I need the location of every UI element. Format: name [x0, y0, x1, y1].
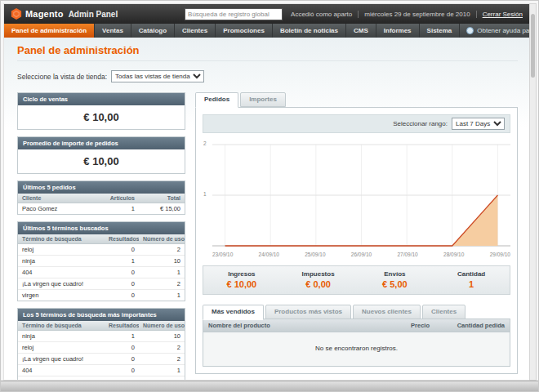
- range-label: Seleccionar rango:: [393, 120, 448, 127]
- cell-uses: 2: [139, 244, 185, 256]
- nav-item-reports[interactable]: Informes: [376, 24, 420, 38]
- logout-link[interactable]: Cerrar Sesión: [483, 11, 523, 18]
- column-header: Cliente: [18, 194, 105, 203]
- header-right-group: Accedió como aparto miércoles 29 de sept…: [185, 8, 523, 20]
- cell-uses: 1: [139, 290, 185, 301]
- table-row[interactable]: reloj 0 2: [18, 342, 185, 354]
- table-row[interactable]: virgen 0 1: [18, 290, 185, 301]
- last-search-terms-block: Últimos 5 términos buscados Término de b…: [17, 221, 185, 301]
- nav-item-dashboard[interactable]: Panel de administración: [4, 24, 95, 38]
- nav-item-sales[interactable]: Ventas: [95, 24, 131, 38]
- table-row[interactable]: 404 0 1: [18, 365, 185, 376]
- block-title: Promedio de importe de pedidos: [18, 137, 185, 149]
- cell-term: ninja: [18, 256, 105, 267]
- column-header: Resultados: [105, 234, 139, 244]
- stat-value: € 0,00: [280, 279, 357, 289]
- nav-item-customers[interactable]: Clientes: [175, 24, 216, 38]
- products-table-header: Nombre del producto Precio Cantidad pedi…: [203, 318, 510, 332]
- brand-name: Magento: [25, 9, 64, 19]
- stat-quantity: Cantidad 1: [433, 266, 510, 294]
- help-icon: [466, 27, 474, 34]
- y-axis-tick: 2: [203, 141, 207, 147]
- store-view-label: Seleccione la vista de tienda:: [17, 73, 107, 81]
- scrollbar-thumb[interactable]: [531, 14, 535, 78]
- vertical-scrollbar[interactable]: [529, 3, 537, 381]
- average-orders-value: € 10,00: [18, 149, 185, 173]
- top-search-terms-table: Término de búsqueda Resultados Número de…: [18, 321, 185, 381]
- global-search-input[interactable]: [185, 8, 283, 20]
- diagram-tabs: Pedidos Importes: [195, 92, 518, 107]
- table-row[interactable]: 404 0 1: [18, 267, 185, 278]
- cell-term: virgen: [18, 290, 105, 301]
- x-axis-tick: 26/09/10: [351, 252, 372, 257]
- cell-total: € 15,00: [139, 203, 185, 215]
- page-title: Panel de administración: [17, 44, 518, 56]
- store-view-switcher: Seleccione la vista de tienda: Todas las…: [17, 70, 518, 82]
- stat-value: 1: [433, 279, 510, 289]
- column-header: Término de búsqueda: [18, 234, 105, 244]
- page-help-link[interactable]: Obtener ayuda para esta página: [460, 24, 530, 38]
- stat-tax: Impuestos € 0,00: [280, 266, 357, 294]
- nav-item-cms[interactable]: CMS: [346, 24, 376, 38]
- column-header: Nombre del producto: [203, 319, 359, 332]
- nav-item-catalog[interactable]: Catálogo: [131, 24, 175, 38]
- block-title: Últimos 5 términos buscados: [18, 222, 185, 234]
- table-row[interactable]: ninja 1 10: [18, 331, 185, 342]
- nav-item-newsletter[interactable]: Boletín de noticias: [273, 24, 346, 38]
- x-axis-tick: 25/09/10: [305, 252, 325, 257]
- chart-canvas: [212, 141, 510, 249]
- average-orders-block: Promedio de importe de pedidos € 10,00: [17, 136, 185, 174]
- tab-customers[interactable]: Clientes: [422, 305, 466, 319]
- logged-in-as: Accedió como aparto: [291, 11, 352, 18]
- brand: Magento Admin Panel: [11, 8, 118, 20]
- current-date: miércoles 29 de septiembre de 2010: [364, 11, 470, 18]
- table-row[interactable]: ¡La virgen que cuadro! 0 2: [18, 278, 185, 290]
- column-header: Precio: [359, 319, 434, 332]
- stat-label: Envíos: [357, 270, 434, 278]
- column-header: Resultados: [105, 321, 139, 331]
- title-row: Panel de administración: [17, 44, 518, 61]
- cell-term: 404: [18, 365, 105, 376]
- stat-label: Impuestos: [280, 270, 357, 278]
- block-title: Los 5 términos de búsqueda más important…: [18, 309, 185, 321]
- table-row[interactable]: ninja 1 10: [18, 256, 185, 267]
- x-axis-labels: 23/09/10 24/09/10 25/09/10 26/09/10 27/0…: [212, 249, 510, 257]
- cell-uses: 2: [139, 342, 185, 354]
- cell-term: reloj: [18, 342, 105, 354]
- application-window: Magento Admin Panel Accedió como aparto …: [0, 0, 539, 392]
- tab-new-customers[interactable]: Nuevos clientes: [353, 305, 421, 319]
- table-row[interactable]: ¡La virgen que cuadro! 0 2: [18, 354, 185, 365]
- lifetime-sales-block: Ciclo de ventas € 10,00: [17, 92, 185, 130]
- tab-bestsellers[interactable]: Más vendidos: [203, 305, 264, 320]
- nav-item-promotions[interactable]: Promociones: [216, 24, 273, 38]
- last-orders-table: Cliente Artículos Total Paco Gomez 1 € 1…: [18, 194, 185, 214]
- cell-term: 404: [18, 267, 105, 278]
- table-row[interactable]: Paco Gomez 1 € 15,00: [18, 203, 185, 215]
- column-header: Número de usos: [139, 234, 185, 244]
- cell-term: ¡La virgen que cuadro!: [18, 354, 105, 365]
- x-axis-tick: 24/09/10: [259, 252, 279, 257]
- cell-uses: 10: [139, 256, 185, 267]
- stat-value: € 10,00: [203, 279, 280, 289]
- tab-most-viewed[interactable]: Productos más vistos: [265, 305, 351, 319]
- range-select[interactable]: Last 7 Days: [452, 118, 505, 130]
- tab-orders[interactable]: Pedidos: [195, 92, 238, 108]
- tab-amounts[interactable]: Importes: [240, 92, 286, 107]
- nav-item-system[interactable]: Sistema: [420, 24, 461, 38]
- stat-shipping: Envíos € 5,00: [357, 266, 434, 294]
- cell-results: 1: [105, 256, 139, 267]
- column-header: Total: [139, 194, 185, 203]
- cell-results: 0: [105, 365, 139, 376]
- dashboard-columns: Ciclo de ventas € 10,00 Promedio de impo…: [17, 92, 518, 381]
- orders-chart: 2 1: [203, 141, 510, 257]
- lifetime-sales-value: € 10,00: [18, 105, 185, 129]
- column-header: Término de búsqueda: [18, 321, 105, 331]
- range-selector-row: Seleccionar rango: Last 7 Days: [203, 114, 510, 133]
- table-row[interactable]: reloj 0 2: [18, 244, 185, 256]
- x-axis-tick: 28/09/10: [443, 252, 464, 257]
- x-axis-tick: 27/09/10: [397, 252, 417, 257]
- stat-label: Ingresos: [203, 270, 280, 278]
- store-view-select[interactable]: Todas las vistas de tienda: [111, 70, 204, 82]
- y-axis-tick: 1: [203, 192, 207, 198]
- cell-results: 0: [105, 244, 139, 256]
